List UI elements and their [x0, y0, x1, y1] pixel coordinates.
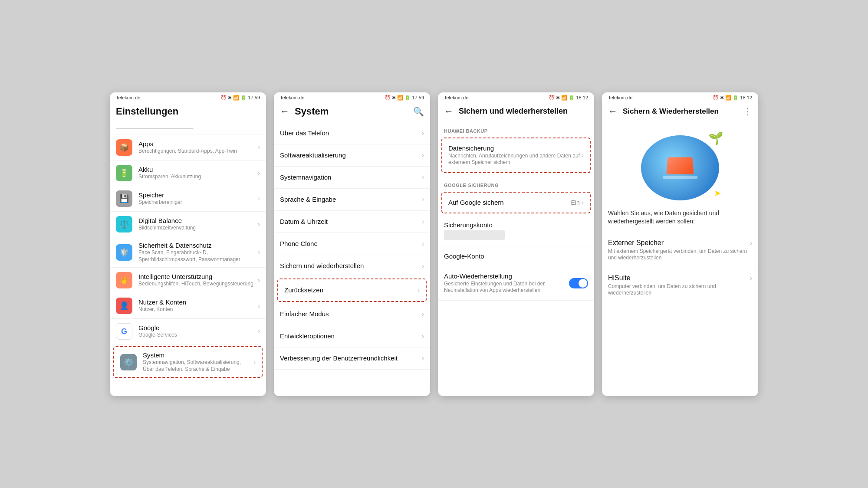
digital-chevron: › — [258, 220, 260, 228]
backup-item-googlekonto[interactable]: Google-Konto — [438, 246, 594, 266]
system-item-sichern[interactable]: Sichern und wiederherstellen › — [274, 255, 430, 277]
uber-chevron: › — [422, 129, 424, 137]
time-4: 18:12 — [740, 95, 752, 100]
auto-subtitle: Gesicherte Einstellungen und Daten bei d… — [444, 281, 569, 294]
backup-item-auto[interactable]: Auto-Wiederherstellung Gesicherte Einste… — [438, 266, 594, 301]
settings-item-akku[interactable]: 🔋 Akku Stromsparen, Akkunutzung › — [110, 160, 266, 186]
nutzer-title: Nutzer & Konten — [138, 298, 258, 306]
phoneclone-chevron: › — [422, 240, 424, 248]
google-chevron: › — [258, 328, 260, 335]
googlekonto-title: Google-Konto — [444, 252, 588, 260]
intelligent-chevron: › — [258, 276, 260, 284]
digital-icon: ⚖️ — [116, 216, 132, 233]
sicherheit-subtitle: Face Scan, Fingerabdruck-ID, Sperrbildsc… — [138, 249, 258, 263]
settings-item-speicher[interactable]: 💾 Speicher Speicherbereiniger › — [110, 186, 266, 212]
system-subtitle: Systemnavigation, Softwareaktualisierung… — [143, 359, 253, 373]
hisuite-chevron: › — [750, 274, 752, 282]
system-item-verbesserung[interactable]: Verbesserung der Benutzerfreundlichkeit … — [274, 347, 430, 370]
settings-item-top-cut[interactable]: ───────────────────── — [110, 122, 266, 135]
digital-subtitle: Bildschirmzeitverwaltung — [138, 225, 258, 232]
apps-chevron: › — [258, 144, 260, 151]
akku-icon: 🔋 — [116, 165, 132, 181]
system-item-datum[interactable]: Datum & Uhrzeit › — [274, 211, 430, 233]
sprache-label: Sprache & Eingabe — [280, 196, 422, 203]
zuruck-chevron: › — [418, 286, 420, 294]
apps-icon: 📦 — [116, 139, 132, 156]
system-item-sprache[interactable]: Sprache & Eingabe › — [274, 189, 430, 211]
datum-label: Datum & Uhrzeit — [280, 218, 422, 225]
alarm-icon: ⏰ — [220, 95, 227, 101]
apps-subtitle: Berechtigungen, Standard-Apps, App-Twin — [138, 148, 258, 155]
system-item-entwickler[interactable]: Entwickleroptionen › — [274, 325, 430, 347]
intelligent-title: Intelligente Unterstützung — [138, 273, 258, 280]
system-text: System Systemnavigation, Softwareaktuali… — [143, 351, 253, 373]
carrier-4: Telekom.de — [608, 95, 632, 100]
screen-backup: Telekom.de ⏰ ✱ 📶 🔋 18:12 ← Sichern und w… — [438, 92, 594, 396]
system-item-phoneclone[interactable]: Phone Clone › — [274, 233, 430, 255]
restore-option-external[interactable]: Externer Speicher Mit externem Speicherg… — [602, 233, 758, 268]
more-icon-4[interactable]: ⋮ — [743, 106, 752, 117]
search-icon-2[interactable]: 🔍 — [413, 106, 424, 117]
digital-title: Digital Balance — [138, 217, 258, 224]
back-btn-3[interactable]: ← — [444, 106, 454, 117]
laptop-icon — [666, 157, 694, 174]
akku-title: Akku — [138, 166, 258, 173]
sichern-chevron: › — [422, 262, 424, 270]
settings-item-intelligent[interactable]: 🤚 Intelligente Unterstützung Bedienungsh… — [110, 268, 266, 293]
nutzer-chevron: › — [258, 302, 260, 310]
bt-icon: ✱ — [228, 95, 232, 101]
cut-text: ───────────────────── — [116, 125, 260, 132]
nutzer-text: Nutzer & Konten Nutzer, Konten — [138, 298, 258, 313]
top-bar-1: Einstellungen — [110, 102, 266, 122]
time-1: 17:59 — [248, 95, 260, 100]
google-text: Google Google-Services — [138, 324, 258, 339]
top-bar-4: ← Sichern & Wiederherstellen ⋮ — [602, 102, 758, 122]
intelligent-subtitle: Bedienungshilfen, HiTouch, Bewegungssteu… — [138, 281, 258, 288]
hisuite-text: HiSuite Computer verbinden, um Daten zu … — [608, 274, 750, 297]
system-list: Über das Telefon › Softwareaktualisierun… — [274, 122, 430, 396]
external-chevron: › — [750, 239, 752, 247]
back-btn-4[interactable]: ← — [608, 106, 618, 117]
restore-option-hisuite[interactable]: HiSuite Computer verbinden, um Daten zu … — [602, 268, 758, 303]
sicherungskonto-text: Sicherungskonto — [444, 221, 588, 240]
plant-icon: 🌱 — [708, 131, 723, 145]
google-sichern-wrapper: Auf Google sichern Ein › — [441, 192, 591, 213]
intelligent-icon: 🤚 — [116, 272, 132, 288]
system-item-navigation[interactable]: Systemnavigation › — [274, 167, 430, 189]
illustration-content — [663, 157, 697, 179]
backup-item-datensicherung[interactable]: Datensicherung Nachrichten, Anrufaufzeic… — [442, 138, 590, 172]
speicher-title: Speicher — [138, 191, 258, 199]
system-item-uber[interactable]: Über das Telefon › — [274, 122, 430, 144]
settings-item-digital[interactable]: ⚖️ Digital Balance Bildschirmzeitverwalt… — [110, 212, 266, 237]
settings-item-apps[interactable]: 📦 Apps Berechtigungen, Standard-Apps, Ap… — [110, 135, 266, 160]
settings-item-google[interactable]: G Google Google-Services › — [110, 319, 266, 344]
settings-item-system[interactable]: ⚙️ System Systemnavigation, Softwareaktu… — [114, 347, 262, 377]
arrow-icon: ➤ — [714, 188, 721, 198]
bt-icon-4: ✱ — [720, 95, 724, 101]
carrier-3: Telekom.de — [444, 95, 468, 100]
restore-illustration: 🌱 ➤ — [602, 122, 758, 209]
settings-item-sicherheit[interactable]: 🛡️ Sicherheit & Datenschutz Face Scan, F… — [110, 237, 266, 268]
navigation-chevron: › — [422, 174, 424, 181]
battery-icon: 🔋 — [240, 95, 247, 101]
bt-icon-3: ✱ — [556, 95, 560, 101]
backup-item-sicherungskonto[interactable]: Sicherungskonto — [438, 215, 594, 246]
auto-text: Auto-Wiederherstellung Gesicherte Einste… — [444, 272, 569, 294]
nutzer-icon: 👤 — [116, 298, 132, 314]
status-icons-3: ⏰ ✱ 📶 🔋 18:12 — [549, 95, 588, 101]
auto-toggle[interactable] — [569, 278, 588, 288]
status-icons-2: ⏰ ✱ 📶 🔋 17:59 — [385, 95, 424, 101]
back-btn-2[interactable]: ← — [280, 106, 289, 117]
backup-item-google[interactable]: Auf Google sichern Ein › — [442, 193, 590, 213]
speicher-text: Speicher Speicherbereiniger — [138, 191, 258, 206]
sicherungskonto-title: Sicherungskonto — [444, 221, 588, 229]
system-item-zuruck[interactable]: Zurücksetzen › — [278, 279, 426, 301]
alarm-icon-2: ⏰ — [385, 95, 391, 101]
external-title: Externer Speicher — [608, 239, 750, 247]
battery-icon-2: 🔋 — [404, 95, 411, 101]
system-item-software[interactable]: Softwareaktualisierung › — [274, 144, 430, 167]
alarm-icon-3: ⏰ — [549, 95, 555, 101]
wifi-icon-2: 📶 — [397, 95, 403, 101]
system-item-einfach[interactable]: Einfacher Modus › — [274, 303, 430, 325]
settings-item-nutzer[interactable]: 👤 Nutzer & Konten Nutzer, Konten › — [110, 293, 266, 319]
